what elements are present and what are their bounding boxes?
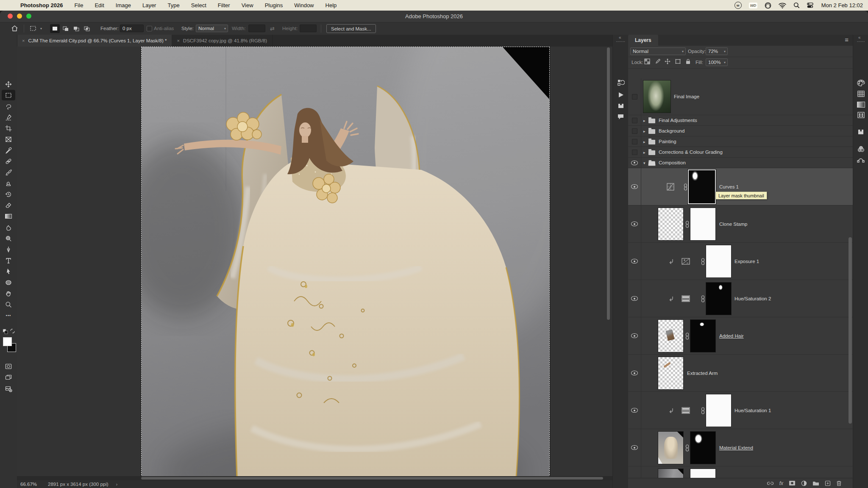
group-name[interactable]: Background [659, 128, 684, 133]
layer-row-hue-saturation-2[interactable]: Hue/Saturation 2 [628, 280, 853, 317]
home-icon[interactable] [11, 25, 18, 32]
expand-chevron-icon[interactable]: ▸ [643, 129, 645, 133]
group-name[interactable]: Painting [659, 139, 676, 144]
default-colors-icon[interactable] [3, 329, 8, 334]
zoom-level-field[interactable]: 66.67% [20, 482, 37, 487]
hue-saturation-adjustment-icon[interactable] [682, 295, 690, 302]
close-tab-icon[interactable]: × [22, 38, 25, 43]
rectangular-marquee-tool[interactable] [2, 90, 15, 100]
layer-name[interactable]: Hue/Saturation 2 [734, 296, 771, 301]
pen-tool[interactable] [2, 244, 15, 255]
style-select[interactable]: Normal▾ [196, 25, 228, 32]
history-panel-icon[interactable] [613, 79, 629, 86]
exposure-adjustment-icon[interactable] [682, 258, 690, 265]
layer-mask-thumbnail[interactable] [706, 245, 732, 278]
group-name[interactable]: Final Adjustments [659, 118, 697, 123]
swatches-panel-icon[interactable] [853, 91, 868, 97]
tool-preset-marquee[interactable]: ▾ [30, 25, 42, 32]
expand-chevron-icon[interactable]: ▸ [643, 150, 645, 155]
width-input[interactable] [248, 25, 265, 32]
menu-view[interactable]: View [242, 2, 253, 8]
mask-link-icon[interactable] [683, 183, 688, 191]
layer-thumbnail[interactable] [643, 80, 671, 113]
gradients-panel-icon[interactable] [853, 102, 868, 108]
document-tab-active[interactable]: × CJM The Emerald City.psd @ 66.7% (Curv… [17, 35, 172, 47]
swap-colors-icon[interactable] [10, 328, 15, 334]
layer-thumbnail[interactable] [658, 208, 684, 241]
height-input[interactable] [300, 25, 317, 32]
layer-row-partial[interactable] [628, 466, 853, 478]
canvas-horizontal-scrollbar[interactable] [141, 477, 603, 480]
mask-link-icon[interactable] [701, 258, 705, 265]
add-layer-mask-icon[interactable] [789, 480, 796, 486]
visibility-toggle-off[interactable] [632, 139, 637, 144]
menu-clock[interactable]: Mon 2 Feb 12:02 [821, 2, 863, 8]
intersect-selection-mode-button[interactable] [82, 24, 92, 33]
visibility-eye-icon[interactable] [631, 184, 638, 189]
layer-mask-thumbnail[interactable] [690, 319, 716, 352]
object-selection-tool[interactable] [2, 112, 15, 122]
visibility-eye-icon[interactable] [631, 161, 638, 165]
patterns-panel-icon[interactable] [853, 112, 868, 118]
menu-filter[interactable]: Filter [218, 2, 230, 8]
panel-menu-icon[interactable]: ≡ [845, 36, 849, 43]
paths-panel-icon[interactable] [853, 157, 868, 163]
document-tab-inactive[interactable]: × DSCF3942 copy.jpg @ 41.8% (RGB/8) [172, 35, 273, 47]
status-chevron-icon[interactable]: › [116, 482, 118, 487]
mask-link-icon[interactable] [701, 295, 705, 302]
move-tool[interactable] [2, 79, 15, 89]
quick-mask-icon[interactable] [2, 361, 15, 372]
layer-name[interactable]: Clone Stamp [719, 222, 747, 227]
layer-group-background[interactable]: ▸ Background [628, 126, 853, 136]
anti-alias-checkbox[interactable] [147, 26, 152, 31]
libraries-panel-icon[interactable] [613, 103, 629, 109]
layers-scrollbar[interactable] [849, 237, 852, 424]
menu-type[interactable]: Type [167, 2, 179, 8]
canvas-area[interactable] [17, 47, 612, 488]
menu-help[interactable]: Help [326, 2, 337, 8]
mask-link-icon[interactable] [685, 221, 690, 228]
menu-window[interactable]: Window [294, 2, 314, 8]
collapse-chevron-icon[interactable]: ▾ [643, 161, 645, 165]
visibility-eye-icon[interactable] [631, 371, 638, 375]
expand-chevron-icon[interactable]: ▸ [643, 140, 645, 144]
lock-transparency-icon[interactable] [644, 58, 650, 64]
layer-row-exposure-1[interactable]: Exposure 1 [628, 243, 853, 280]
spotlight-search-icon[interactable] [793, 2, 800, 8]
link-layers-icon[interactable] [767, 481, 774, 485]
menu-plugins[interactable]: Plugins [265, 2, 283, 8]
edit-toolbar-button[interactable]: ••• [2, 310, 15, 321]
collapse-panels-icon[interactable]: « [619, 35, 621, 40]
menu-select[interactable]: Select [191, 2, 206, 8]
new-layer-icon[interactable] [825, 480, 831, 486]
lock-all-icon[interactable] [685, 58, 691, 64]
layer-thumbnail[interactable] [658, 357, 684, 390]
blend-mode-select[interactable]: Normal▾ [630, 47, 686, 55]
layer-thumbnail[interactable] [658, 469, 684, 478]
layer-row-extracted-arm[interactable]: Extracted Arm [628, 355, 853, 392]
menu-image[interactable]: Image [116, 2, 131, 8]
layer-row-clone-stamp[interactable]: Clone Stamp [628, 205, 853, 243]
control-center-icon[interactable] [807, 3, 813, 8]
visibility-eye-icon[interactable] [631, 296, 638, 301]
layer-row-material-extend[interactable]: Material Extend [628, 429, 853, 466]
group-name[interactable]: Composition [659, 160, 686, 165]
visibility-eye-icon[interactable] [631, 259, 638, 263]
expand-chevron-icon[interactable]: ▸ [643, 119, 645, 123]
type-tool[interactable] [2, 255, 15, 266]
layer-mask-thumbnail[interactable] [688, 169, 716, 204]
delete-layer-trash-icon[interactable] [836, 480, 842, 486]
visibility-eye-icon[interactable] [631, 445, 638, 450]
hand-tool[interactable] [2, 288, 15, 299]
clone-stamp-tool[interactable] [2, 178, 15, 189]
dodge-tool[interactable] [2, 233, 15, 244]
visibility-toggle-off[interactable] [632, 94, 637, 100]
lock-position-icon[interactable] [665, 58, 670, 64]
visibility-eye-icon[interactable] [631, 408, 638, 413]
wifi-icon[interactable] [779, 3, 786, 8]
hue-saturation-adjustment-icon[interactable] [682, 407, 690, 414]
crop-tool[interactable] [2, 123, 15, 133]
layers-tab[interactable]: Layers [628, 35, 658, 46]
wd-drive-icon[interactable]: WD [749, 3, 757, 8]
menu-layer[interactable]: Layer [142, 2, 156, 8]
